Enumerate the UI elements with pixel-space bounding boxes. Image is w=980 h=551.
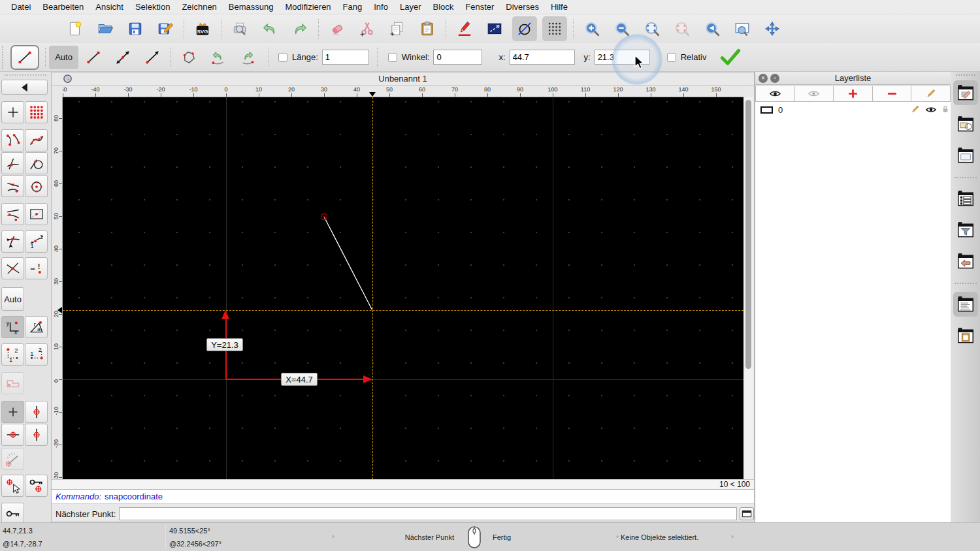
snap-grid-button[interactable] (25, 101, 48, 123)
corner-point-2-button[interactable]: 12 (25, 343, 48, 366)
construction-mode-button[interactable] (512, 16, 537, 41)
restrict-orthogonal-button[interactable] (25, 401, 48, 423)
back-arrow-button[interactable] (1, 80, 48, 95)
menu-item-datei[interactable]: Datei (5, 2, 37, 12)
line-two-points-button[interactable] (78, 45, 108, 70)
zoom-in-button[interactable] (580, 16, 604, 41)
undo-button[interactable] (257, 16, 282, 41)
snap-on-entity-button[interactable] (25, 129, 48, 151)
snap-distance-button[interactable] (1, 203, 24, 225)
restrict-free-button[interactable] (1, 401, 24, 423)
y-coordinate-input[interactable] (595, 50, 650, 65)
menu-item-selektion[interactable]: Selektion (129, 2, 176, 12)
open-file-button[interactable] (93, 16, 118, 41)
auto-text-button[interactable]: Auto (1, 287, 24, 311)
sidebar-drag-handle[interactable] (5, 74, 46, 78)
menu-item-ansicht[interactable]: Ansicht (90, 2, 129, 12)
dock-clipboard-button[interactable] (953, 323, 978, 348)
menu-item-zeichnen[interactable]: Zeichnen (176, 2, 222, 12)
zoom-out-button[interactable] (610, 16, 634, 41)
dock-selection-filter-button[interactable] (953, 217, 978, 242)
snap-intersection-auto-button[interactable] (1, 230, 24, 253)
current-tool-line-button[interactable] (10, 45, 39, 70)
snap-circle-center-button[interactable] (25, 175, 48, 197)
toolbar-drag-handle[interactable] (2, 46, 6, 69)
close-icon[interactable]: × (759, 74, 768, 83)
document-tab-bar[interactable]: Unbenannt 1 (52, 72, 754, 86)
snap-free-button[interactable] (1, 101, 24, 123)
relative-checkbox[interactable] (667, 53, 676, 62)
show-all-layers-button[interactable] (755, 86, 795, 102)
snap-endpoint-button[interactable] (1, 129, 24, 151)
coordinate-cartesian-button[interactable]: yx (1, 316, 24, 338)
restrict-horizontal-button[interactable] (1, 424, 24, 446)
menu-item-modifizieren[interactable]: Modifizieren (280, 2, 337, 12)
set-relative-zero-button[interactable] (1, 475, 24, 497)
dock-insert-block-button[interactable] (953, 249, 978, 274)
svg-export-button[interactable]: SVG (190, 16, 215, 41)
menu-item-fang[interactable]: Fang (337, 2, 368, 12)
dock-drag-handle[interactable] (956, 74, 975, 78)
dock-layer-list-button[interactable] (953, 80, 978, 105)
command-keyboard-button[interactable] (740, 507, 754, 520)
restrict-vertical-button[interactable] (25, 424, 48, 446)
line-one-direction-button[interactable] (137, 45, 167, 70)
delete-button[interactable] (325, 16, 350, 41)
redo-segment-button[interactable] (233, 45, 262, 70)
hide-all-layers-button[interactable] (795, 86, 834, 102)
snap-intersection-manual-button[interactable]: 12 (25, 230, 48, 253)
remove-layer-button[interactable] (873, 86, 912, 102)
zoom-window-button[interactable] (730, 16, 755, 41)
relative-zero-key-button[interactable] (1, 503, 24, 525)
copy-button[interactable] (385, 16, 410, 41)
menu-item-bemassung[interactable]: Bemassung (223, 2, 280, 12)
layer-visibility-eye-icon[interactable] (925, 104, 937, 116)
dock-block-list-button[interactable] (953, 112, 978, 136)
polyline-button[interactable] (174, 45, 203, 70)
cut-button[interactable] (355, 16, 380, 41)
zoom-previous-button[interactable] (700, 16, 725, 41)
undo-segment-button[interactable] (203, 45, 233, 70)
redo-button[interactable] (287, 16, 312, 41)
command-input[interactable] (119, 507, 738, 520)
line-both-directions-button[interactable] (108, 45, 137, 70)
confirm-check-icon[interactable] (719, 48, 742, 67)
vertical-scrollbar-thumb[interactable] (745, 100, 751, 369)
layer-color-swatch[interactable] (760, 106, 773, 114)
zoom-pan-button[interactable] (760, 16, 785, 41)
entity-attributes-button[interactable] (482, 16, 507, 41)
angle-checkbox[interactable] (388, 53, 397, 62)
menu-item-layer[interactable]: Layer (394, 2, 427, 12)
grid-toggle-button[interactable] (542, 16, 567, 41)
menu-item-hilfe[interactable]: Hilfe (545, 2, 574, 12)
menu-item-block[interactable]: Block (427, 2, 459, 12)
snap-reference-button[interactable] (25, 203, 48, 225)
edit-layer-button[interactable] (911, 86, 951, 102)
coordinate-polar-button[interactable]: ra (25, 316, 48, 338)
menu-item-bearbeiten[interactable]: Bearbeiten (37, 2, 90, 12)
vertical-scrollbar[interactable] (743, 97, 753, 479)
dock-entity-list-button[interactable] (953, 186, 978, 211)
snap-middle-button[interactable] (1, 175, 24, 197)
pen-attributes-button[interactable] (452, 16, 477, 41)
add-layer-button[interactable] (834, 86, 873, 102)
layer-edit-icon[interactable] (909, 104, 921, 115)
corner-point-1-button[interactable]: 12 (1, 343, 24, 366)
paste-button[interactable] (415, 16, 440, 41)
snap-tangent-button[interactable] (25, 152, 48, 174)
menu-item-diverses[interactable]: Diverses (500, 2, 545, 12)
save-button[interactable] (123, 16, 148, 41)
lock-relative-zero-button[interactable] (25, 475, 48, 497)
new-file-button[interactable] (63, 16, 88, 41)
undock-icon[interactable]: ▫ (770, 74, 779, 83)
length-input[interactable] (322, 50, 369, 65)
auto-mode-button[interactable]: Auto (49, 46, 78, 69)
snap-intersection-button[interactable] (1, 257, 24, 279)
print-preview-button[interactable] (227, 16, 252, 41)
layer-lock-icon[interactable] (940, 104, 951, 114)
drawing-canvas[interactable]: Y=21.3 X=44.7 (63, 97, 743, 479)
layer-row[interactable]: 0 (755, 102, 951, 117)
snap-center-button[interactable] (1, 152, 24, 174)
dock-library-browser-button[interactable] (953, 143, 978, 168)
angle-input[interactable] (433, 50, 482, 65)
